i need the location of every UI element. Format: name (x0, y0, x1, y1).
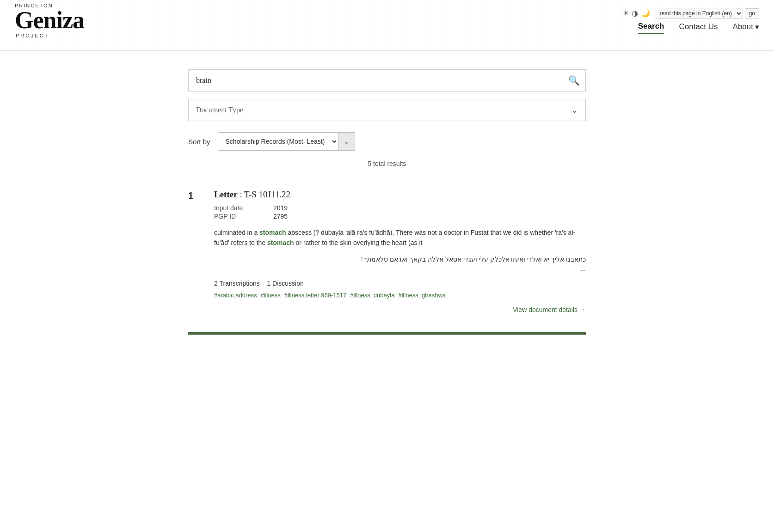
doctype-chevron-icon: ⌄ (571, 105, 578, 115)
view-details-label: View document details (513, 306, 577, 313)
tag-illness-letter[interactable]: #illness letter 969-1517 (284, 292, 346, 299)
sort-dropdown[interactable]: Scholarship Records (Most–Least) (218, 133, 338, 150)
main-nav: Search Contact Us About ▾ (638, 22, 759, 34)
result-number: 1 (188, 190, 199, 313)
result-title-colon: : (240, 190, 244, 199)
nav-contact[interactable]: Contact Us (679, 22, 718, 33)
result-id: T-S 10J11.22 (244, 190, 290, 199)
result-tags: #arabic address #illness #illness letter… (214, 292, 586, 299)
tag-illness-dubayla[interactable]: #illness: dubayla (350, 292, 394, 299)
doctype-dropdown[interactable]: Document Type ⌄ (188, 99, 586, 121)
search-input[interactable] (188, 69, 562, 92)
result-ellipsis: ... (214, 265, 586, 272)
moon-icon[interactable]: 🌙 (641, 9, 650, 18)
contrast-icon[interactable]: ◑ (632, 9, 638, 18)
view-details-arrow-icon: → (579, 306, 586, 313)
tag-arabic-address[interactable]: #arabic address (214, 292, 257, 299)
search-bar-row: 🔍 (188, 69, 586, 92)
site-logo[interactable]: PRINCETON Geniza PROJECT (15, 3, 84, 38)
input-date-label: Input date (214, 204, 270, 212)
view-document-details-link[interactable]: View document details → (513, 306, 586, 313)
tag-illness[interactable]: #illness (261, 292, 281, 299)
lang-go-button[interactable]: go (745, 8, 759, 18)
result-title: Letter : T-S 10J11.22 (214, 190, 586, 200)
doctype-row: Document Type ⌄ (188, 99, 586, 121)
search-button[interactable]: 🔍 (562, 69, 586, 92)
input-date-value: 2019 (273, 204, 586, 212)
sort-chevron-icon: ⌄ (344, 138, 349, 145)
sort-label: Sort by (188, 138, 210, 146)
logo-geniza-label: Geniza (15, 8, 84, 32)
discussions-count: 1 Discussion (267, 280, 303, 287)
sort-select-wrapper: Scholarship Records (Most–Least) ⌄ (218, 132, 355, 151)
nav-about[interactable]: About ▾ (733, 22, 759, 34)
header-top-row: ☀ ◑ 🌙 read this page in English (en) go (622, 8, 759, 19)
about-chevron-icon: ▾ (755, 22, 759, 32)
nav-search[interactable]: Search (638, 22, 664, 34)
site-header: PRINCETON Geniza PROJECT ☀ ◑ 🌙 read this… (0, 0, 774, 51)
result-meta: Input date 2019 PGP ID 2795 (214, 204, 586, 220)
doctype-placeholder: Document Type (196, 106, 243, 114)
arabic-line-num: 1 (360, 256, 363, 263)
view-details-row: View document details → (214, 306, 586, 313)
sun-icon[interactable]: ☀ (622, 9, 629, 18)
search-icon: 🔍 (568, 75, 580, 86)
transcriptions-count: 2 Transcriptions (214, 280, 260, 287)
main-content: 🔍 Document Type ⌄ Sort by Scholarship Re… (179, 51, 595, 362)
theme-icons: ☀ ◑ 🌙 (622, 9, 650, 18)
lang-dropdown[interactable]: read this page in English (en) (655, 8, 743, 19)
sort-chevron-button[interactable]: ⌄ (338, 133, 355, 150)
arabic-text: כתאבנו אליך יא ואלדי ואעזו אלכלק עלי ועג… (363, 256, 586, 263)
logo-project-label: PROJECT (16, 33, 84, 38)
pgp-id-value: 2795 (273, 213, 586, 220)
result-excerpt: culminated in a stomach abscess (? dubay… (214, 227, 586, 248)
sort-row: Sort by Scholarship Records (Most–Least)… (188, 132, 586, 151)
result-type: Letter (214, 190, 238, 199)
result-item: 1 Letter : T-S 10J11.22 Input date 2019 … (188, 190, 586, 313)
results-count: 5 total results (188, 160, 586, 167)
result-stats: 2 Transcriptions 1 Discussion (214, 280, 586, 287)
bottom-bar (188, 332, 586, 335)
highlight-stomach-1: stomach (259, 229, 286, 236)
tag-illness-ghashwa[interactable]: #illness: ghashwa (398, 292, 446, 299)
header-right: ☀ ◑ 🌙 read this page in English (en) go … (622, 8, 759, 34)
highlight-stomach-2: stomach (267, 239, 294, 246)
pgp-id-label: PGP ID (214, 213, 270, 220)
result-arabic-row: 1 כתאבנו אליך יא ואלדי ואעזו אלכלק עלי ו… (214, 256, 586, 263)
language-selector: read this page in English (en) go (655, 8, 759, 19)
result-body: Letter : T-S 10J11.22 Input date 2019 PG… (214, 190, 586, 313)
